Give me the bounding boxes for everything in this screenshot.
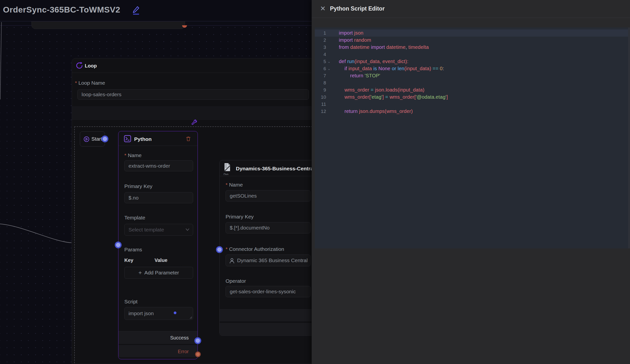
dynamics-connector-select[interactable]: Dynamic 365 Business Central <box>226 255 310 266</box>
code-text: import json <box>332 30 364 36</box>
trash-icon[interactable] <box>186 136 191 142</box>
line-number: 6 <box>315 66 326 71</box>
template-select[interactable]: Select template <box>124 224 193 236</box>
python-params-label: Params <box>124 247 142 253</box>
dynamics-node-title: Dynamics-365-Business-Central <box>236 166 315 172</box>
person-icon <box>229 258 235 264</box>
code-text: from datetime import datetime, timedelta <box>332 44 429 50</box>
python-script-label: Script <box>124 299 138 305</box>
start-output-connector-dot[interactable] <box>102 136 108 142</box>
script-text: import json <box>128 311 154 316</box>
required-marker: * <box>75 80 77 86</box>
python-error-row: Error <box>118 345 198 357</box>
dynamics-name-label: *Name <box>226 182 243 188</box>
code-line[interactable]: 10 wms_order['etag'] = wms_order['@odata… <box>315 94 628 101</box>
code-line[interactable]: 8 <box>315 79 628 86</box>
close-icon[interactable]: ✕ <box>319 5 326 12</box>
add-parameter-button[interactable]: + Add Parameter <box>124 267 193 279</box>
python-success-row: Success <box>118 331 198 344</box>
dynamics-365-node[interactable]: Dyn Dynamics-365-Business-Central *Name … <box>220 160 315 336</box>
start-node-label: Start <box>92 136 102 142</box>
loop-name-input[interactable] <box>78 89 309 100</box>
edit-pencil-icon[interactable] <box>132 5 140 15</box>
required-marker: * <box>226 182 228 187</box>
fold-chevron-icon[interactable]: ⌄ <box>326 59 332 64</box>
editor-title: Python Script Editor <box>330 5 384 12</box>
python-success-connector-dot[interactable] <box>194 337 201 344</box>
loop-icon <box>76 62 83 69</box>
code-line[interactable]: 11 <box>315 101 628 108</box>
code-text: return json.dumps(wms_order) <box>332 109 413 114</box>
params-value-header: Value <box>154 257 167 263</box>
dynamics-name-input[interactable] <box>226 190 310 201</box>
code-text: wms_order['etag'] = wms_order['@odata.et… <box>332 94 448 100</box>
dynamics-connector-value: Dynamic 365 Business Central <box>237 257 308 263</box>
code-text: wms_order = json.loads(input_data) <box>332 87 424 93</box>
dynamics-operator-label: Operator <box>226 278 246 284</box>
python-name-input[interactable] <box>124 160 193 171</box>
wrench-icon[interactable] <box>191 119 198 126</box>
dynamics-primary-key-input[interactable] <box>226 222 310 233</box>
dynamics-icon-caption: Dyn <box>224 173 232 175</box>
code-text: return 'STOP' <box>332 73 380 79</box>
dynamics-logo-icon: Dyn <box>224 163 232 175</box>
chevron-down-icon <box>186 228 190 231</box>
python-name-label: *Name <box>124 153 142 158</box>
dynamics-input-connector-dot[interactable] <box>216 246 223 253</box>
loop-name-label: *Loop Name <box>75 80 105 86</box>
line-number: 1 <box>315 30 326 36</box>
required-marker: * <box>124 153 126 158</box>
python-node-title: Python <box>134 136 152 142</box>
code-text: def run(input_data, event_dict): <box>332 59 408 64</box>
code-lines: 1import json2import random3from datetime… <box>315 29 628 115</box>
dynamics-success-row <box>220 309 315 321</box>
line-number: 9 <box>315 87 326 93</box>
edge-offscreen-left <box>0 22 2 99</box>
cut-off-node[interactable] <box>32 21 185 29</box>
code-line[interactable]: 12 return json.dumps(wms_order) <box>315 108 628 115</box>
divider <box>220 176 315 176</box>
python-primary-key-input[interactable] <box>124 192 193 203</box>
start-node[interactable]: Start <box>80 131 105 147</box>
code-line[interactable]: 4 <box>315 51 628 58</box>
code-editor[interactable]: 1import json2import random3from datetime… <box>315 27 628 248</box>
python-node[interactable]: Python *Name Primary Key Template Select… <box>118 131 198 359</box>
dynamics-operator-input[interactable] <box>226 286 310 297</box>
code-line[interactable]: 6⌄ if input_data is None or len(input_da… <box>315 65 628 72</box>
code-line[interactable]: 9 wms_order = json.loads(input_data) <box>315 86 628 94</box>
resize-grip-icon[interactable] <box>189 316 192 319</box>
python-error-connector-dot[interactable] <box>195 352 201 357</box>
dynamics-primary-key-label: Primary Key <box>226 214 254 220</box>
loop-node-title: Loop <box>85 63 97 69</box>
fold-chevron-icon[interactable]: ⌄ <box>326 66 332 71</box>
flow-title: OrderSync-365BC-ToWMSV2 <box>3 5 120 14</box>
dynamics-error-row <box>220 323 315 335</box>
plus-icon: + <box>138 269 142 276</box>
required-marker: * <box>226 246 228 252</box>
loop-section-band <box>72 107 314 120</box>
template-select-placeholder: Select template <box>128 227 164 232</box>
code-line[interactable]: 5⌄def run(input_data, event_dict): <box>315 58 628 65</box>
python-terminal-icon <box>124 135 131 142</box>
play-icon <box>84 136 90 142</box>
editor-header: ✕ Python Script Editor <box>312 0 630 18</box>
line-number: 12 <box>315 109 326 114</box>
divider <box>118 146 198 146</box>
line-number: 10 <box>315 95 326 100</box>
script-textarea[interactable]: import json <box>124 307 193 320</box>
python-script-editor-panel: ✕ Python Script Editor 1import json2impo… <box>312 0 630 364</box>
edge-into-loop <box>0 224 72 243</box>
python-error-label: Error <box>178 349 189 354</box>
python-input-connector-dot[interactable] <box>115 241 122 248</box>
python-primary-key-label: Primary Key <box>124 183 152 189</box>
editor-scrollbar[interactable] <box>628 27 630 248</box>
code-line[interactable]: 2import random <box>315 36 628 44</box>
line-number: 11 <box>315 102 326 107</box>
code-line[interactable]: 3from datetime import datetime, timedelt… <box>315 44 628 51</box>
line-number: 3 <box>315 45 326 50</box>
divider <box>72 73 314 73</box>
line-number: 7 <box>315 73 326 79</box>
code-line[interactable]: 7 return 'STOP' <box>315 72 628 79</box>
script-cursor-dot <box>174 312 176 314</box>
code-line[interactable]: 1import json <box>315 29 628 36</box>
